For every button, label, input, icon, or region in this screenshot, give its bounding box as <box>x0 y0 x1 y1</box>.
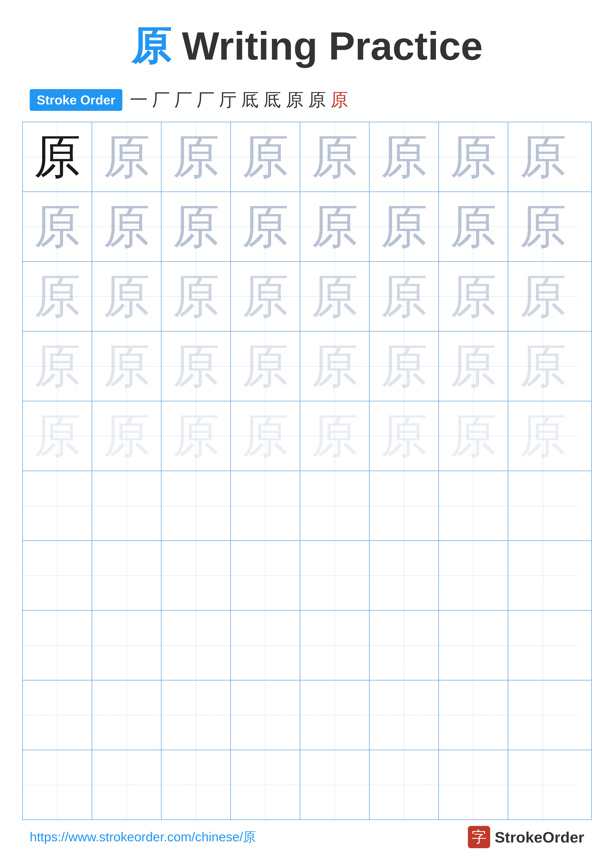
grid-cell-9-2[interactable] <box>162 750 231 820</box>
grid-cell-0-7[interactable]: 原 <box>508 122 578 192</box>
grid-cell-5-1[interactable] <box>92 471 162 540</box>
grid-cell-0-4[interactable]: 原 <box>300 122 370 192</box>
grid-cell-5-5[interactable] <box>370 471 439 540</box>
grid-cell-1-3[interactable]: 原 <box>231 192 300 261</box>
grid-cell-9-5[interactable] <box>370 750 439 820</box>
grid-cell-5-7[interactable] <box>508 471 578 540</box>
grid-cell-1-7[interactable]: 原 <box>508 192 578 261</box>
grid-cell-4-7[interactable]: 原 <box>508 401 578 471</box>
grid-cell-6-1[interactable] <box>92 541 162 610</box>
grid-cell-6-4[interactable] <box>300 541 370 610</box>
cell-character: 原 <box>173 273 219 320</box>
grid-cell-6-0[interactable] <box>23 541 92 610</box>
grid-cell-4-2[interactable]: 原 <box>162 401 231 471</box>
cell-character: 原 <box>242 203 289 250</box>
grid-cell-2-1[interactable]: 原 <box>92 262 162 331</box>
grid-cell-9-4[interactable] <box>300 750 370 820</box>
grid-cell-8-2[interactable] <box>162 680 231 750</box>
grid-cell-3-0[interactable]: 原 <box>23 332 92 401</box>
practice-grid: 原原原原原原原原原原原原原原原原原原原原原原原原原原原原原原原原原原原原原原原原 <box>22 122 592 820</box>
grid-cell-6-7[interactable] <box>508 541 578 610</box>
grid-cell-7-1[interactable] <box>92 611 162 680</box>
grid-cell-3-2[interactable]: 原 <box>162 332 231 401</box>
grid-cell-7-5[interactable] <box>370 611 439 680</box>
footer-url[interactable]: https://www.strokeorder.com/chinese/原 <box>30 828 256 846</box>
grid-cell-7-6[interactable] <box>439 611 508 680</box>
cell-character: 原 <box>103 203 150 250</box>
logo-icon: 字 <box>468 826 490 848</box>
grid-cell-1-1[interactable]: 原 <box>92 192 162 261</box>
cell-character: 原 <box>311 343 358 390</box>
grid-cell-0-3[interactable]: 原 <box>231 122 300 192</box>
grid-cell-0-6[interactable]: 原 <box>439 122 508 192</box>
grid-cell-6-2[interactable] <box>162 541 231 610</box>
grid-cell-4-1[interactable]: 原 <box>92 401 162 471</box>
stroke-step-8: 原 <box>308 88 326 112</box>
cell-character: 原 <box>519 133 566 180</box>
grid-cell-2-4[interactable]: 原 <box>300 262 370 331</box>
grid-cell-8-4[interactable] <box>300 680 370 750</box>
grid-cell-3-1[interactable]: 原 <box>92 332 162 401</box>
cell-character: 原 <box>519 412 566 459</box>
cell-character: 原 <box>381 343 427 390</box>
grid-cell-9-7[interactable] <box>508 750 578 820</box>
grid-cell-4-0[interactable]: 原 <box>23 401 92 471</box>
grid-cell-7-7[interactable] <box>508 611 578 680</box>
grid-cell-1-6[interactable]: 原 <box>439 192 508 261</box>
cell-character: 原 <box>381 133 427 180</box>
grid-cell-6-5[interactable] <box>370 541 439 610</box>
cell-character: 原 <box>519 273 566 320</box>
cell-character: 原 <box>103 343 150 390</box>
grid-cell-0-1[interactable]: 原 <box>92 122 162 192</box>
page-title: 原 Writing Practice <box>0 0 614 73</box>
grid-cell-1-4[interactable]: 原 <box>300 192 370 261</box>
grid-cell-8-7[interactable] <box>508 680 578 750</box>
grid-cell-8-0[interactable] <box>23 680 92 750</box>
grid-cell-5-3[interactable] <box>231 471 300 540</box>
grid-cell-8-1[interactable] <box>92 680 162 750</box>
grid-cell-7-2[interactable] <box>162 611 231 680</box>
grid-cell-2-5[interactable]: 原 <box>370 262 439 331</box>
grid-cell-4-5[interactable]: 原 <box>370 401 439 471</box>
grid-cell-9-6[interactable] <box>439 750 508 820</box>
grid-cell-6-6[interactable] <box>439 541 508 610</box>
grid-cell-5-6[interactable] <box>439 471 508 540</box>
grid-cell-5-0[interactable] <box>23 471 92 540</box>
grid-cell-2-0[interactable]: 原 <box>23 262 92 331</box>
grid-cell-2-6[interactable]: 原 <box>439 262 508 331</box>
grid-cell-7-3[interactable] <box>231 611 300 680</box>
grid-cell-2-3[interactable]: 原 <box>231 262 300 331</box>
grid-cell-1-0[interactable]: 原 <box>23 192 92 261</box>
grid-cell-1-2[interactable]: 原 <box>162 192 231 261</box>
grid-cell-5-4[interactable] <box>300 471 370 540</box>
grid-cell-3-6[interactable]: 原 <box>439 332 508 401</box>
grid-cell-3-3[interactable]: 原 <box>231 332 300 401</box>
grid-cell-8-5[interactable] <box>370 680 439 750</box>
grid-cell-9-3[interactable] <box>231 750 300 820</box>
stroke-step-7: 原 <box>286 88 304 112</box>
grid-cell-0-5[interactable]: 原 <box>370 122 439 192</box>
grid-cell-7-0[interactable] <box>23 611 92 680</box>
grid-cell-3-7[interactable]: 原 <box>508 332 578 401</box>
grid-cell-5-2[interactable] <box>162 471 231 540</box>
grid-cell-4-6[interactable]: 原 <box>439 401 508 471</box>
grid-cell-2-2[interactable]: 原 <box>162 262 231 331</box>
grid-cell-6-3[interactable] <box>231 541 300 610</box>
grid-cell-7-4[interactable] <box>300 611 370 680</box>
grid-cell-0-0[interactable]: 原 <box>23 122 92 192</box>
grid-cell-4-4[interactable]: 原 <box>300 401 370 471</box>
grid-cell-9-1[interactable] <box>92 750 162 820</box>
grid-cell-3-5[interactable]: 原 <box>370 332 439 401</box>
stroke-sequence: 一厂厂厂厅厎厎原原原 <box>130 88 348 112</box>
grid-cell-1-5[interactable]: 原 <box>370 192 439 261</box>
stroke-step-9: 原 <box>330 88 348 112</box>
grid-cell-4-3[interactable]: 原 <box>231 401 300 471</box>
stroke-step-5: 厎 <box>241 88 259 112</box>
grid-cell-0-2[interactable]: 原 <box>162 122 231 192</box>
grid-cell-8-3[interactable] <box>231 680 300 750</box>
grid-cell-8-6[interactable] <box>439 680 508 750</box>
grid-cell-3-4[interactable]: 原 <box>300 332 370 401</box>
grid-row-7 <box>23 611 591 680</box>
grid-cell-9-0[interactable] <box>23 750 92 820</box>
grid-cell-2-7[interactable]: 原 <box>508 262 578 331</box>
